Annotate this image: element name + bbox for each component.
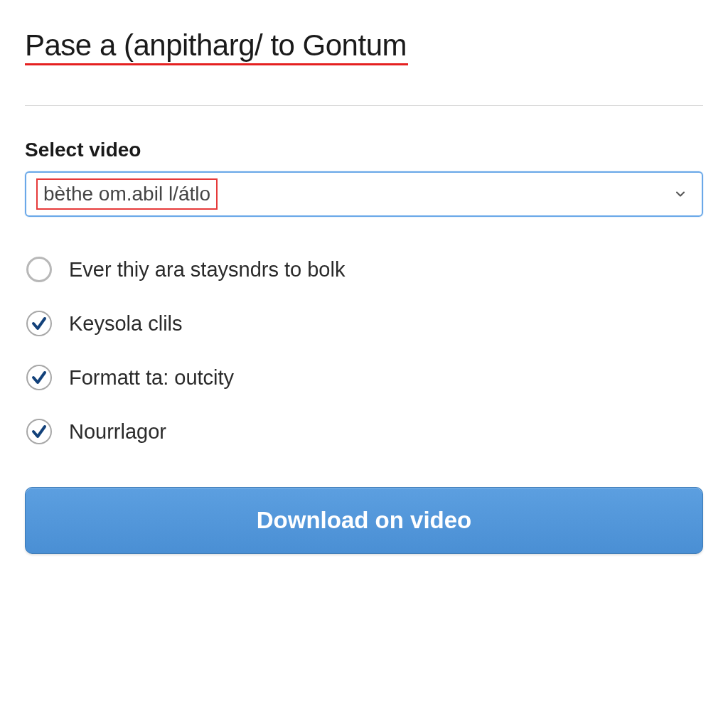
checkbox-checked-icon	[26, 311, 52, 336]
page-title: Pase a (anpitharg/ to Gontum	[25, 28, 407, 63]
option-row-4[interactable]: Nourrlagor	[25, 405, 703, 459]
video-select-value: bèthe om.abil l/átlo	[43, 183, 210, 205]
page-title-wrap: Pase a (anpitharg/ to Gontum	[25, 28, 407, 63]
select-value-highlight: bèthe om.abil l/átlo	[36, 178, 218, 210]
option-row-1[interactable]: Ever thiy ara staysndrs to bolk	[25, 242, 703, 296]
option-row-2[interactable]: Keysola clils	[25, 296, 703, 350]
checkbox-checked-icon	[26, 419, 52, 444]
select-video-label: Select video	[25, 139, 703, 161]
option-label: Ever thiy ara staysndrs to bolk	[69, 258, 345, 282]
checkbox-checked-icon	[26, 365, 52, 390]
title-underline-left	[25, 63, 121, 65]
option-label: Formatt ta: outcity	[69, 366, 234, 390]
option-label: Keysola clils	[69, 312, 183, 336]
title-underline-right	[117, 63, 408, 65]
chevron-down-icon	[673, 187, 687, 201]
video-select[interactable]: bèthe om.abil l/átlo	[25, 171, 703, 217]
options-list: Ever thiy ara staysndrs to bolk Keysola …	[25, 242, 703, 459]
option-row-3[interactable]: Formatt ta: outcity	[25, 350, 703, 405]
download-button[interactable]: Download on video	[25, 487, 703, 554]
option-label: Nourrlagor	[69, 420, 166, 444]
radio-unchecked-icon	[26, 257, 52, 282]
divider	[25, 105, 703, 106]
